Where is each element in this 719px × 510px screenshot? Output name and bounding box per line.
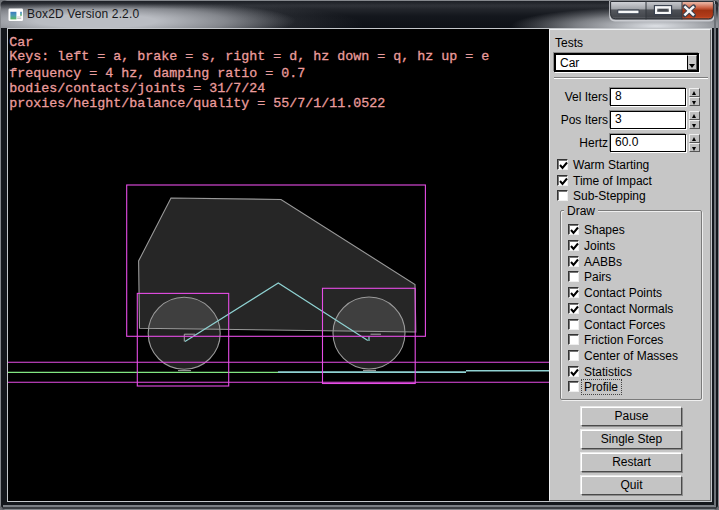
svg-text:bodies/contacts/joints = 31/7/: bodies/contacts/joints = 31/7/24 — [9, 81, 265, 96]
svg-text:Car: Car — [9, 35, 33, 50]
svg-text:frequency = 4 hz, damping rati: frequency = 4 hz, damping ratio = 0.7 — [9, 66, 305, 81]
svg-text:Keys: left = a, brake = s, rig: Keys: left = a, brake = s, right = d, hz… — [9, 49, 489, 64]
svg-text:proxies/height/balance/quality: proxies/height/balance/quality = 55/7/1/… — [9, 96, 385, 111]
